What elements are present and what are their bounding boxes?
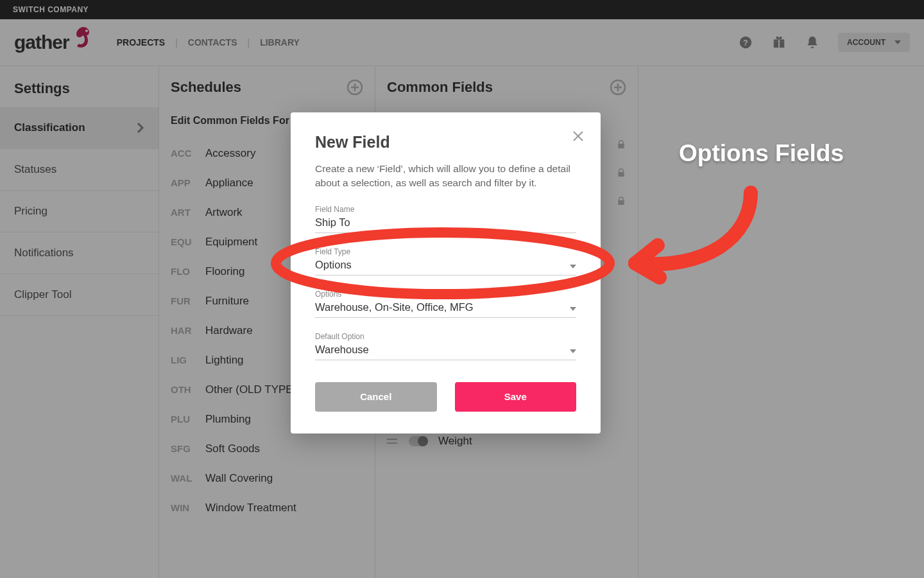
options-value: Warehouse, On-Site, Office, MFG — [315, 301, 474, 313]
options-select[interactable]: Options Warehouse, On-Site, Office, MFG — [315, 290, 576, 318]
cancel-button[interactable]: Cancel — [315, 382, 437, 412]
default-option-label: Default Option — [315, 332, 576, 341]
field-type-label: Field Type — [315, 247, 576, 256]
new-field-modal: New Field Create a new ‘Field’, which wi… — [291, 112, 601, 434]
modal-description: Create a new ‘Field’, which will allow y… — [315, 162, 576, 191]
field-name-value: Ship To — [315, 216, 350, 229]
default-option-value: Warehouse — [315, 344, 369, 356]
modal-title: New Field — [315, 133, 576, 152]
field-type-value: Options — [315, 259, 352, 271]
field-name-input[interactable]: Field Name Ship To — [315, 205, 576, 233]
default-option-select[interactable]: Default Option Warehouse — [315, 332, 576, 360]
field-name-label: Field Name — [315, 205, 576, 214]
modal-actions: Cancel Save — [315, 382, 576, 412]
field-type-select[interactable]: Field Type Options — [315, 247, 576, 276]
chevron-down-icon — [570, 301, 576, 313]
chevron-down-icon — [570, 344, 576, 356]
options-label: Options — [315, 290, 576, 299]
save-button[interactable]: Save — [455, 382, 577, 412]
annotation-label: Options Fields — [679, 140, 844, 167]
close-icon[interactable] — [572, 130, 584, 144]
chevron-down-icon — [570, 259, 576, 271]
modal-overlay[interactable]: New Field Create a new ‘Field’, which wi… — [0, 0, 924, 578]
